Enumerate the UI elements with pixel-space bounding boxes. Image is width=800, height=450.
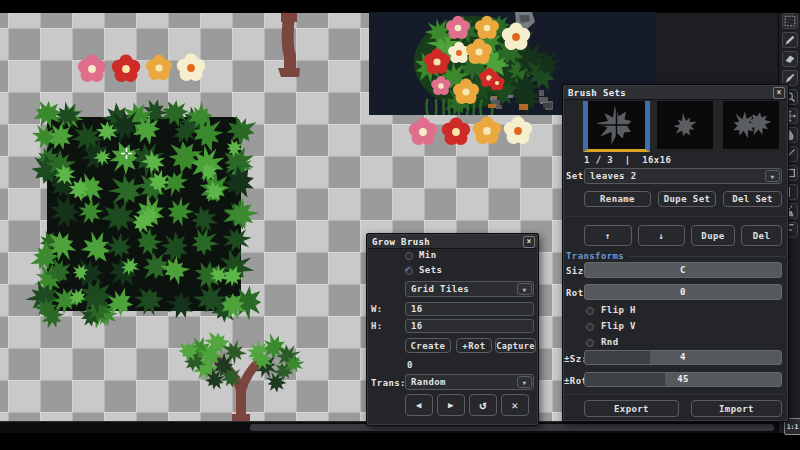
check-icon: ✓	[405, 263, 411, 274]
rot-value: 0	[585, 287, 781, 297]
transforms-header: Transforms	[566, 251, 785, 261]
rot-slider[interactable]: 0	[584, 284, 782, 300]
brush-thumbnail-leaf-brush-2[interactable]	[657, 101, 713, 149]
export-button[interactable]: Export	[584, 400, 679, 417]
plus-size-slider[interactable]: 4	[584, 350, 782, 365]
trans-label: Trans:	[371, 378, 406, 388]
set-value: leaves 2	[590, 171, 637, 181]
sets-checkbox[interactable]: ✓	[405, 267, 413, 275]
width-field[interactable]: 16	[405, 302, 534, 316]
flip-h-label: Flip H	[601, 305, 636, 315]
brush-index: 1 / 3 | 16x16	[584, 155, 671, 165]
grow-brush-close-button[interactable]: ×	[523, 236, 535, 248]
min-checkbox[interactable]	[405, 252, 413, 260]
separator	[565, 394, 785, 395]
bush-tile-art	[25, 99, 261, 328]
tool-eraser[interactable]	[782, 51, 798, 67]
rotate-brush-button[interactable]: ↺	[469, 394, 497, 416]
brush-sets-panel: Brush Sets × 1 / 3 | 16x16 Set: leaves 2…	[562, 84, 789, 422]
flip-v-checkbox[interactable]	[586, 323, 594, 331]
leaf-silhouette-icon	[723, 101, 779, 149]
plus-rot-slider[interactable]: 45	[584, 372, 782, 387]
dupe-set-button[interactable]: Dupe Set	[658, 191, 716, 207]
chevron-down-icon[interactable]: ▼	[517, 283, 532, 295]
brush-counter: 0	[407, 360, 413, 370]
letterbox-bottom	[0, 433, 800, 450]
add-rotation-button[interactable]: +Rot	[456, 338, 492, 353]
grow-brush-titlebar[interactable]: Grow Brush	[368, 235, 537, 249]
dupe-brush-button[interactable]: Dupe	[691, 225, 735, 246]
height-field[interactable]: 16	[405, 319, 534, 333]
brush-thumbnail-leaf-brush-3[interactable]	[723, 101, 779, 149]
brush-sets-titlebar[interactable]: Brush Sets	[564, 86, 787, 100]
grow-brush-title: Grow Brush	[372, 237, 430, 247]
import-button[interactable]: Import	[691, 400, 782, 417]
chevron-down-icon[interactable]: ▼	[517, 376, 532, 388]
brush-sets-close-button[interactable]: ×	[773, 87, 785, 99]
pen-icon	[783, 71, 797, 85]
separator	[565, 216, 785, 217]
del-brush-button[interactable]: Del	[741, 225, 782, 246]
width-label: W:	[371, 304, 383, 314]
grow-brush-panel: Grow Brush × Min ✓ Sets Grid Tiles ▼ W: …	[366, 233, 539, 426]
tool-marquee-select[interactable]	[782, 13, 798, 29]
create-button[interactable]: Create	[405, 338, 451, 353]
tile-mode-dropdown[interactable]: Grid Tiles ▼	[405, 281, 534, 297]
del-set-button[interactable]: Del Set	[723, 191, 782, 207]
chevron-down-icon[interactable]: ▼	[765, 170, 780, 182]
flower-row-1	[78, 53, 205, 82]
width-value: 16	[411, 304, 423, 314]
brush-thumbnail-leaf-brush-1[interactable]	[583, 101, 650, 152]
prev-brush-button[interactable]: ◀	[405, 394, 433, 416]
leaf-silhouette-icon	[588, 101, 645, 149]
next-brush-button[interactable]: ▶	[437, 394, 465, 416]
clear-brush-button[interactable]: ✕	[501, 394, 529, 416]
brush-sets-title: Brush Sets	[568, 88, 626, 98]
size-value: C	[585, 265, 781, 275]
flower-row-2	[409, 116, 532, 145]
plus-size-value: 4	[585, 352, 781, 362]
height-value: 16	[411, 321, 423, 331]
min-label: Min	[419, 250, 436, 260]
set-dropdown[interactable]: leaves 2 ▼	[584, 168, 782, 184]
rnd-label: Rnd	[601, 337, 618, 347]
size-slider[interactable]: C	[584, 262, 782, 278]
marquee-select-icon	[783, 14, 797, 28]
capture-button[interactable]: Capture	[495, 338, 536, 353]
leaf-silhouette-icon	[657, 101, 713, 149]
rename-button[interactable]: Rename	[584, 191, 651, 207]
move-brush-down-button[interactable]: ↓	[638, 225, 685, 246]
plus-rot-value: 45	[585, 374, 781, 384]
move-brush-up-button[interactable]: ↑	[584, 225, 632, 246]
tile-mode-value: Grid Tiles	[411, 284, 469, 294]
rnd-checkbox[interactable]	[586, 339, 594, 347]
trunk-art	[278, 13, 300, 77]
sets-label: Sets	[419, 265, 442, 275]
trans-value: Random	[411, 377, 446, 387]
app-window: 1:1 Grow Brush × Min ✓ Sets Grid Tiles ▼…	[0, 0, 800, 450]
trans-dropdown[interactable]: Random ▼	[405, 374, 534, 390]
flip-h-checkbox[interactable]	[586, 307, 594, 315]
rock-art	[488, 12, 553, 110]
tool-pencil[interactable]	[782, 32, 798, 48]
pencil-icon	[783, 33, 797, 47]
height-label: H:	[371, 321, 383, 331]
eraser-icon	[783, 52, 797, 66]
flip-v-label: Flip V	[601, 321, 636, 331]
tree-art	[179, 332, 306, 421]
